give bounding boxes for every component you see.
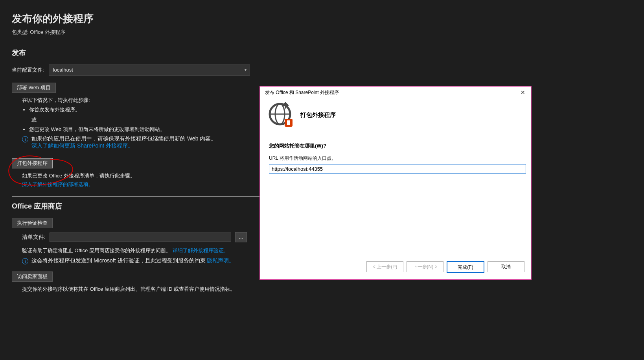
info-icon: i [22, 136, 28, 142]
prev-button: < 上一步(P) [366, 261, 403, 272]
dialog-window-title: 发布 Office 和 SharePoint 外接程序 [265, 89, 339, 96]
finish-button[interactable]: 完成(F) [447, 261, 484, 273]
close-icon[interactable]: ✕ [515, 87, 531, 98]
package-type-prefix: 包类型: [12, 29, 30, 35]
dialog-heading: 打包外接程序 [300, 111, 336, 119]
learn-deployment-link[interactable]: 深入了解外接程序的部署选项。 [22, 181, 94, 187]
deploy-bullet-1: 你首次发布外接程序。 [29, 105, 261, 114]
publish-heading: 发布 [12, 48, 261, 57]
manifest-path-input[interactable] [50, 233, 231, 242]
profile-select-value: localhost [53, 67, 73, 73]
validate-hint-text: 验证有助于确定将阻止 Office 应用商店接受你的外接程序的问题。 [22, 247, 171, 253]
divider [12, 196, 261, 197]
package-addin-button[interactable]: 打包外接程序 [12, 158, 53, 168]
store-heading: Office 应用商店 [12, 201, 261, 211]
cancel-button[interactable]: 取消 [488, 261, 524, 272]
seller-dashboard-button[interactable]: 访问卖家面板 [12, 271, 53, 282]
dialog-hint: URL 将用作活动网站的入口点。 [269, 155, 522, 162]
dialog-question: 您的网站托管在哪里(W)? [269, 142, 522, 150]
package-hint-text: 如果已更改 Office 外接程序清单，请执行此步骤。 [22, 172, 261, 180]
package-dialog: 发布 Office 和 SharePoint 外接程序 ✕ 打包外接程序 您的网… [259, 86, 532, 280]
validate-button[interactable]: 执行验证检查 [12, 218, 53, 228]
browse-button[interactable]: ... [235, 232, 247, 242]
deploy-web-button[interactable]: 部署 Web 项目 [12, 83, 56, 93]
learn-update-sharepoint-link[interactable]: 深入了解如何更新 SharePoint 外接程序。 [31, 142, 133, 149]
profile-select[interactable]: localhost ▾ [49, 65, 250, 76]
deploy-info-text: 如果你的应用已在使用中，请确保现有外接程序包继续使用新的 Web 内容。 [31, 135, 216, 142]
learn-validation-link[interactable]: 详细了解外接程序验证。 [173, 247, 229, 253]
url-input[interactable] [269, 164, 526, 174]
svg-rect-4 [287, 120, 290, 125]
info-icon: i [22, 258, 28, 264]
package-type-value: Office 外接程序 [30, 29, 65, 35]
privacy-statement-link[interactable]: 隐私声明。 [207, 257, 234, 264]
validate-info-text: 这会将外接程序包发送到 Microsoft 进行验证，且此过程受到服务的约束 [31, 257, 207, 264]
seller-hint-text: 提交你的外接程序以便将其在 Office 应用商店列出、管理客户端 ID 或查看… [22, 286, 235, 292]
chevron-down-icon: ▾ [245, 65, 247, 75]
divider [12, 43, 261, 43]
manifest-label: 清单文件: [22, 234, 46, 241]
deploy-or-text: 或 [22, 116, 261, 124]
next-button: 下一步(N) > [407, 261, 443, 272]
profile-label: 当前配置文件: [12, 66, 44, 74]
deploy-when-text: 在以下情况下，请执行此步骤: [22, 96, 261, 105]
deploy-bullet-2: 您已更改 Web 项目，但尚未将所做的更改部署到活动网站。 [29, 125, 261, 134]
page-title: 发布你的外接程序 [12, 12, 261, 26]
package-type-line: 包类型: Office 外接程序 [12, 29, 261, 36]
globe-upload-icon [268, 102, 293, 127]
